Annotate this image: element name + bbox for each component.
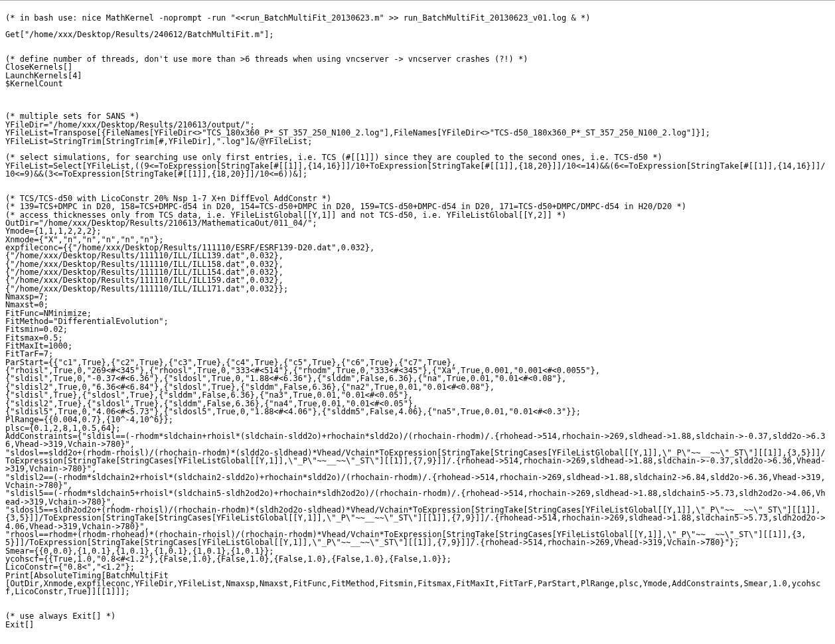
code-block: (* in bash use: nice MathKernel -nopromp… xyxy=(5,14,830,629)
code-document: (* in bash use: nice MathKernel -nopromp… xyxy=(0,0,835,642)
